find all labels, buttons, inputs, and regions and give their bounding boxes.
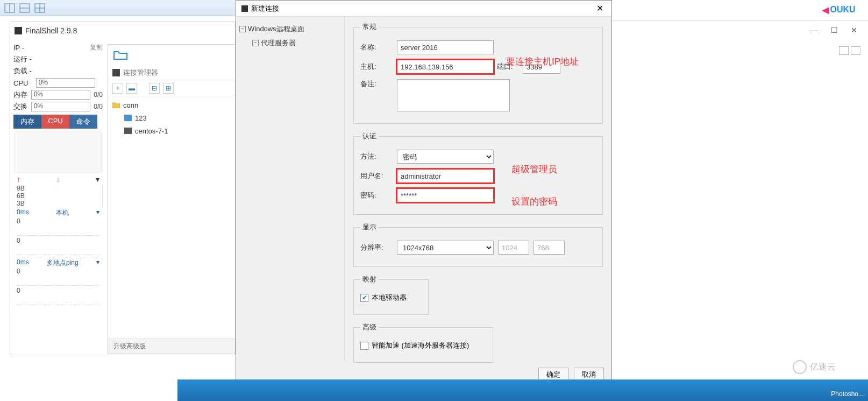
- chevron-down-icon[interactable]: ▾: [96, 258, 99, 268]
- name-input[interactable]: [397, 40, 494, 54]
- tree-item-label: 123: [135, 114, 147, 122]
- collapse-button[interactable]: ⊟: [149, 83, 160, 94]
- collapse-icon[interactable]: −: [252, 40, 259, 46]
- legend-display: 显示: [360, 222, 379, 232]
- net1-v2: 0: [17, 237, 99, 244]
- method-label: 方法:: [360, 152, 397, 161]
- folder-open-icon[interactable]: [108, 45, 235, 65]
- maximize-button[interactable]: ☐: [831, 26, 838, 34]
- legend-general: 常规: [360, 22, 379, 32]
- tab-mem[interactable]: 内存: [13, 115, 41, 129]
- add-folder-button[interactable]: ▬: [126, 83, 137, 94]
- legend-auth: 认证: [360, 131, 379, 141]
- swap-meter: 0%: [31, 102, 90, 111]
- tab-cpu[interactable]: CPU: [41, 115, 69, 129]
- sparkline: [17, 276, 99, 286]
- mem-label: 内存: [13, 90, 27, 100]
- stat-tabs: 内存 CPU 命令: [13, 115, 103, 129]
- res-label: 分辨率:: [360, 243, 397, 252]
- chevron-down-icon[interactable]: ▾: [96, 208, 99, 217]
- name-label: 名称:: [360, 43, 397, 52]
- tree-item[interactable]: 123: [112, 111, 231, 124]
- top-toolbar: [0, 0, 237, 16]
- resolution-select[interactable]: 1024x768: [397, 241, 494, 255]
- dialog-tree: −Windows远程桌面 −代理服务器: [236, 17, 345, 361]
- fieldset-mapping: 映射 本地驱动器: [353, 275, 429, 315]
- connection-manager: 连接管理器 + ▬ ⊟ ⊞ conn 123 centos-7-1 升级高级版: [108, 44, 236, 354]
- net2-v1: 0: [17, 268, 99, 275]
- net1-ms: 0ms: [17, 208, 29, 217]
- tree-node-label: Windows远程桌面: [248, 24, 304, 34]
- grid-view-icon[interactable]: [839, 46, 849, 55]
- net2-label[interactable]: 多地点ping: [47, 258, 79, 268]
- grid-icon[interactable]: [34, 3, 45, 13]
- conn-title-text: 连接管理器: [123, 68, 158, 78]
- upgrade-link[interactable]: 升级高级版: [108, 339, 235, 354]
- expand-button[interactable]: ⊞: [163, 83, 174, 94]
- note-label: 备注:: [360, 79, 397, 89]
- host-label: 主机:: [360, 62, 397, 72]
- method-select[interactable]: 密码: [397, 150, 494, 164]
- cloud-icon: [793, 360, 807, 374]
- watermark: 亿速云: [793, 360, 836, 374]
- app-icon: [15, 27, 22, 34]
- password-input[interactable]: [397, 188, 494, 202]
- split-icon[interactable]: [19, 3, 30, 13]
- net2-ms: 0ms: [17, 258, 29, 268]
- new-connection-dialog: 新建连接 ✕ −Windows远程桌面 −代理服务器 常规 名称: 主机: 端口…: [236, 0, 612, 388]
- swap-label: 交换: [13, 102, 27, 111]
- tree-node-rdp[interactable]: −Windows远程桌面: [239, 22, 341, 36]
- add-terminal-button[interactable]: +: [112, 83, 123, 94]
- mem-meter: 0%: [31, 90, 90, 100]
- username-input[interactable]: [397, 169, 494, 183]
- host-input[interactable]: [397, 60, 494, 74]
- collapse-icon[interactable]: −: [239, 26, 246, 32]
- annotation-user: 超级管理员: [511, 163, 557, 175]
- fieldset-display: 显示 分辨率: 1024x768: [353, 222, 603, 267]
- annotation-pass: 设置的密码: [511, 195, 557, 208]
- tree-item[interactable]: centos-7-1: [112, 124, 231, 137]
- sparkline: [17, 296, 99, 305]
- taskbar: [177, 379, 868, 401]
- scale-6b: 6B: [17, 192, 99, 200]
- swap-right: 0/0: [94, 103, 103, 110]
- legend-mapping: 映射: [360, 275, 379, 284]
- sparkline: [17, 226, 99, 236]
- tree-node-label: 代理服务器: [261, 38, 296, 48]
- scale-3b: 3B: [17, 200, 99, 207]
- close-button[interactable]: ✕: [588, 1, 611, 17]
- terminal-icon: [124, 128, 132, 134]
- height-input: [533, 241, 565, 255]
- copy-link[interactable]: 复制: [90, 43, 103, 52]
- chevron-down-icon[interactable]: ▾: [96, 175, 99, 184]
- arrow-up-icon: ↑: [17, 175, 20, 184]
- cpu-meter: 0%: [36, 78, 95, 88]
- stat-graph: [15, 130, 102, 173]
- minimize-button[interactable]: —: [810, 26, 818, 34]
- net1-label[interactable]: 本机: [56, 208, 69, 217]
- dialog-icon: [241, 5, 248, 12]
- background-window: [612, 20, 868, 386]
- fieldset-advanced: 高级 智能加速 (加速海外服务器连接): [353, 322, 493, 363]
- monitor-icon: [124, 115, 132, 121]
- mem-right: 0/0: [94, 91, 103, 99]
- list-view-icon[interactable]: [851, 46, 860, 55]
- load-label: 负载 -: [13, 66, 32, 76]
- run-label: 运行 -: [13, 54, 32, 64]
- accel-checkbox[interactable]: [360, 342, 368, 350]
- sparkline: [17, 245, 99, 255]
- tree-node-proxy[interactable]: −代理服务器: [239, 36, 341, 50]
- tree-root[interactable]: conn: [112, 99, 231, 111]
- close-button[interactable]: ✕: [851, 26, 857, 34]
- local-drive-checkbox[interactable]: [360, 294, 368, 302]
- scale-9b: 9B: [17, 185, 99, 192]
- tab-cmd[interactable]: 命令: [69, 115, 97, 129]
- connection-tree: conn 123 centos-7-1: [108, 96, 235, 139]
- local-drive-label: 本地驱动器: [372, 293, 407, 302]
- note-input[interactable]: [397, 79, 510, 111]
- monitor-icon: [112, 69, 120, 76]
- panes-icon[interactable]: [4, 3, 15, 13]
- background-titlebar: — ☐ ✕: [612, 20, 868, 40]
- tree-item-label: centos-7-1: [135, 127, 168, 135]
- taskbar-app[interactable]: Photosho...: [831, 390, 864, 398]
